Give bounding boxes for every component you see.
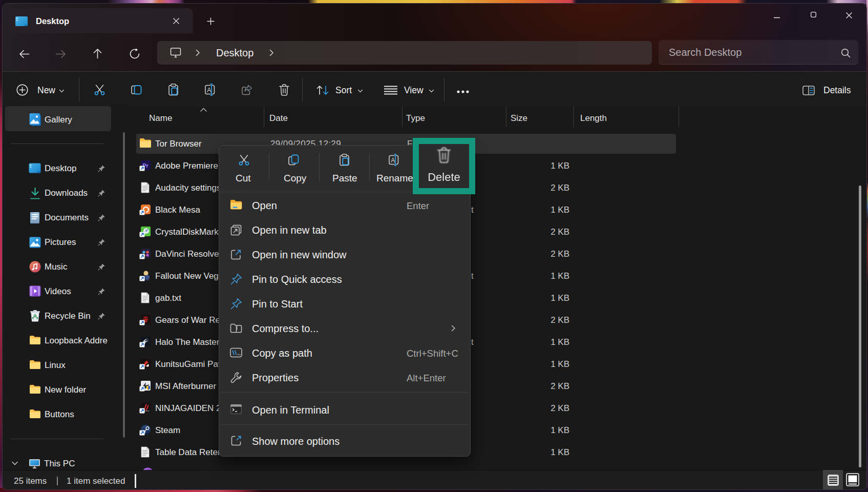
svg-text:A: A xyxy=(207,87,211,94)
svg-text:A: A xyxy=(391,157,395,164)
